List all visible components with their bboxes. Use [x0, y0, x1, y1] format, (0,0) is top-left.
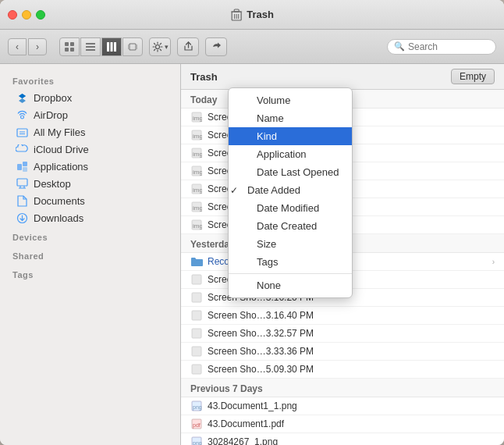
downloads-icon: [16, 212, 28, 224]
file-name: 43.Document1.pdf: [208, 418, 495, 429]
svg-rect-50: [192, 347, 201, 356]
search-icon: 🔍: [394, 41, 405, 52]
svg-rect-21: [17, 129, 27, 137]
list-view-button[interactable]: [80, 37, 101, 56]
forward-button[interactable]: ›: [28, 38, 47, 55]
menu-item-date-created[interactable]: Date Created: [229, 217, 352, 235]
menu-item-name[interactable]: Name: [229, 109, 352, 127]
menu-item-size[interactable]: Size: [229, 235, 352, 253]
search-box[interactable]: 🔍: [387, 39, 496, 55]
main-content: Favorites Dropbox AirDrop All My Files: [0, 64, 504, 445]
applications-icon: [16, 160, 28, 173]
menu-item-volume[interactable]: Volume: [229, 91, 352, 109]
sidebar-item-dropbox[interactable]: Dropbox: [3, 89, 177, 106]
list-item[interactable]: Screen Sho…5.09.30 PM: [181, 361, 504, 379]
svg-text:pdf: pdf: [193, 422, 201, 429]
coverflow-icon: [127, 41, 138, 52]
sidebar-item-applications[interactable]: Applications: [3, 158, 177, 175]
gear-icon: [152, 41, 163, 52]
file-icon: [190, 273, 203, 286]
sidebar-item-all-my-files[interactable]: All My Files: [3, 123, 177, 141]
sidebar-item-downloads-label: Downloads: [34, 212, 83, 224]
svg-text:img: img: [193, 187, 202, 194]
desktop-icon: [16, 177, 28, 190]
file-icon: [190, 327, 203, 340]
svg-text:img: img: [193, 222, 202, 230]
list-item[interactable]: Screen Sho…3.16.40 PM: [181, 307, 504, 325]
dropbox-icon: [16, 91, 28, 104]
icon-view-icon: [64, 41, 75, 52]
file-name: Screen Sho…3.33.36 PM: [208, 346, 495, 357]
documents-icon: [16, 194, 28, 207]
svg-rect-14: [111, 42, 113, 52]
svg-rect-15: [114, 42, 116, 52]
file-icon: [190, 345, 203, 358]
svg-rect-2: [234, 9, 239, 12]
sidebar-item-documents[interactable]: Documents: [3, 192, 177, 209]
svg-rect-18: [135, 44, 137, 49]
column-view-button[interactable]: [101, 37, 122, 56]
toolbar: ‹ ›: [0, 30, 504, 64]
svg-rect-6: [65, 42, 69, 46]
svg-rect-9: [70, 48, 74, 52]
menu-item-date-added[interactable]: Date Added: [229, 181, 352, 199]
empty-button[interactable]: Empty: [451, 69, 495, 84]
file-name: Screen Sho…5.09.30 PM: [208, 364, 495, 375]
sidebar-item-airdrop-label: AirDrop: [34, 109, 68, 121]
svg-text:img: img: [193, 151, 202, 158]
file-icon: img: [190, 147, 203, 159]
list-item[interactable]: Screen Sho…3.33.36 PM: [181, 343, 504, 361]
svg-point-20: [20, 116, 23, 119]
sort-gear-button[interactable]: ▾: [149, 37, 171, 56]
all-my-files-icon: [16, 126, 28, 138]
back-button[interactable]: ‹: [8, 38, 27, 55]
file-icon: [190, 309, 203, 322]
icon-view-button[interactable]: [59, 37, 80, 56]
list-item[interactable]: pdf 43.Document1.pdf: [181, 415, 504, 433]
devices-header: Devices: [0, 226, 180, 245]
svg-rect-13: [107, 42, 109, 52]
sort-dropdown-menu: Volume Name Kind Application Date Last O…: [228, 87, 353, 298]
trash-icon: [230, 9, 243, 21]
menu-item-tags[interactable]: Tags: [229, 253, 352, 271]
minimize-button[interactable]: [22, 10, 31, 20]
file-icon: img: [190, 183, 203, 195]
list-item[interactable]: png 43.Document1_1.png: [181, 397, 504, 415]
file-icon: img: [190, 201, 203, 213]
share-button[interactable]: [177, 37, 199, 56]
sidebar-item-desktop[interactable]: Desktop: [3, 175, 177, 192]
file-icon: [190, 291, 203, 304]
svg-rect-10: [86, 43, 95, 44]
coverflow-view-button[interactable]: [122, 37, 143, 56]
sidebar-item-airdrop[interactable]: AirDrop: [3, 106, 177, 123]
file-icon: img: [190, 219, 203, 231]
menu-divider: [229, 273, 352, 274]
sidebar-item-icloud-drive[interactable]: iCloud Drive: [3, 141, 177, 158]
list-item[interactable]: Screen Sho…3.32.57 PM: [181, 325, 504, 343]
nav-buttons: ‹ ›: [8, 38, 47, 55]
sidebar-item-documents-label: Documents: [34, 195, 85, 207]
chevron-right-icon: ›: [492, 258, 495, 266]
search-input[interactable]: [408, 41, 489, 52]
svg-text:png: png: [193, 404, 202, 411]
maximize-button[interactable]: [36, 10, 45, 20]
sidebar-item-all-my-files-label: All My Files: [34, 126, 85, 138]
menu-item-none[interactable]: None: [229, 276, 352, 294]
sidebar-item-downloads[interactable]: Downloads: [3, 209, 177, 226]
menu-item-date-last-opened[interactable]: Date Last Opened: [229, 163, 352, 181]
svg-rect-25: [23, 162, 27, 166]
file-icon: png: [190, 436, 203, 445]
menu-item-kind[interactable]: Kind: [229, 127, 352, 145]
share-icon: [183, 41, 193, 52]
svg-text:img: img: [193, 205, 202, 212]
panel-title: Trash: [190, 71, 218, 83]
action-button[interactable]: [205, 37, 227, 56]
sidebar-item-desktop-label: Desktop: [34, 178, 71, 190]
menu-item-date-modified[interactable]: Date Modified: [229, 199, 352, 217]
list-item[interactable]: png 30284267_1.png: [181, 433, 504, 445]
right-panel: Trash Empty Today img Screen… img Screen…: [181, 64, 504, 445]
close-button[interactable]: [8, 10, 17, 20]
icloud-icon: [16, 143, 28, 155]
panel-header: Trash Empty: [181, 64, 504, 90]
menu-item-application[interactable]: Application: [229, 145, 352, 163]
